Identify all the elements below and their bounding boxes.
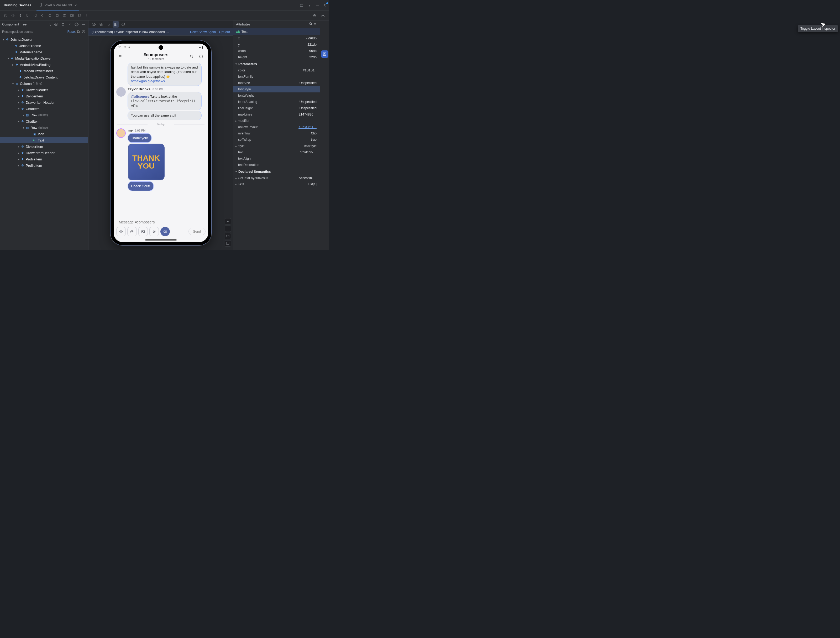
attribute-group-semantics[interactable]: ▾Declared Semantics <box>234 168 320 175</box>
attribute-row[interactable]: overflowClip <box>234 130 320 137</box>
power-icon[interactable] <box>3 12 9 19</box>
attribute-row[interactable]: softWraptrue <box>234 137 320 143</box>
rotate-left-icon[interactable] <box>25 12 31 19</box>
reset-link[interactable]: Reset <box>68 30 76 33</box>
rotate-right-icon[interactable] <box>32 12 38 19</box>
attribute-row[interactable]: color#1B1B1F <box>234 67 320 74</box>
attribute-row[interactable]: textdroidcon-… <box>234 149 320 155</box>
home-icon[interactable] <box>47 12 53 19</box>
attribute-row[interactable]: fontWeight <box>234 92 320 99</box>
conversation[interactable]: fast but this sample is always up to dat… <box>114 62 208 216</box>
attribute-row[interactable]: letterSpacingUnspecified <box>234 99 320 105</box>
more-vert-icon[interactable]: ⋮ <box>84 12 90 19</box>
info-icon[interactable] <box>198 53 204 60</box>
gear-icon[interactable] <box>313 22 317 27</box>
tree-node[interactable]: ▸❖DividerItem <box>0 143 88 150</box>
zoom-fit-button[interactable] <box>225 240 231 246</box>
emulator-frame[interactable]: 11:52 ✦ ▾ ▴ ▮ #composers <box>111 40 211 245</box>
tree-node[interactable]: ▸▥Row(inline) <box>0 112 88 118</box>
refresh-icon[interactable] <box>120 21 126 28</box>
screen-record-icon[interactable] <box>69 12 75 19</box>
volume-up-icon[interactable] <box>10 12 16 19</box>
more-vert-icon[interactable]: ⋮ <box>306 1 313 9</box>
attribute-row[interactable]: ▸TextList[1] <box>234 181 320 188</box>
attribute-row[interactable]: ▸GetTextLayoutResultAccessibil… <box>234 175 320 181</box>
gear-icon[interactable] <box>74 22 79 27</box>
volume-down-icon[interactable] <box>17 12 24 19</box>
tree-node[interactable]: ❖JetchatDrawerContent <box>0 74 88 81</box>
zoom-reset-button[interactable]: 1:1 <box>225 233 231 239</box>
deep-inspect-toggle[interactable] <box>113 21 119 28</box>
attribute-row[interactable]: fontSizeUnspecified <box>234 80 320 86</box>
tree-node[interactable]: ▾▥Row(inline) <box>0 125 88 131</box>
tree-node[interactable]: ❖MaterialTheme <box>0 49 88 55</box>
attribute-row[interactable]: ▸modifier <box>234 118 320 124</box>
avatar[interactable] <box>116 87 126 96</box>
back-icon[interactable] <box>39 12 46 19</box>
search-icon[interactable] <box>309 22 313 27</box>
tree-node-selected[interactable]: AbText <box>0 137 88 143</box>
link[interactable]: https://goo.gle/jetnews <box>131 79 165 83</box>
layout-inspector-toggle[interactable] <box>311 12 318 19</box>
tree-node[interactable]: ▸❖DrawerItemHeader <box>0 150 88 156</box>
tab-device[interactable]: Pixel 6 Pro API 33 × <box>35 0 81 10</box>
attribute-row[interactable]: fontFamily <box>234 74 320 80</box>
overview-icon[interactable] <box>54 12 60 19</box>
tree-node[interactable]: ▾❖ChatItem <box>0 118 88 125</box>
tree-node[interactable]: ▾❖ChatItem <box>0 106 88 112</box>
reload-icon[interactable] <box>76 12 82 19</box>
tree-node[interactable]: ▸❖ProfileItem <box>0 156 88 162</box>
attribute-row[interactable]: height22dp <box>234 54 320 60</box>
tree-node[interactable]: ❖JetchatTheme <box>0 43 88 49</box>
search-icon[interactable] <box>188 53 195 60</box>
minimize-icon[interactable]: — <box>81 22 86 27</box>
notifications-icon[interactable] <box>321 1 329 9</box>
attribute-row[interactable]: lineHeightUnspecified <box>234 105 320 111</box>
banner-opt-out-link[interactable]: Opt-out <box>219 30 230 34</box>
attribute-row[interactable]: textDecoration <box>234 162 320 168</box>
attribute-row[interactable]: y221dp <box>234 41 320 48</box>
component-tree[interactable]: ▾❖JetchatDrawer ❖JetchatTheme ❖MaterialT… <box>0 35 88 250</box>
minimize-icon[interactable] <box>313 1 321 9</box>
hamburger-icon[interactable] <box>117 53 124 60</box>
nav-bar-handle[interactable] <box>145 240 177 240</box>
attribute-row[interactable]: width96dp <box>234 48 320 54</box>
attribute-row[interactable]: x-296dp <box>234 35 320 41</box>
location-icon[interactable] <box>149 227 159 236</box>
attribute-row[interactable]: onTextLayoutλ Text.kt:1… <box>234 124 320 130</box>
tree-node[interactable]: ▸❖ProfileItem <box>0 162 88 169</box>
tab-running-devices[interactable]: Running Devices <box>0 0 35 10</box>
tree-node[interactable]: ▾▤Column(inline) <box>0 81 88 87</box>
banner-dont-show-link[interactable]: Don't Show Again <box>190 30 216 34</box>
layout-inspector-rail-button[interactable] <box>321 51 328 58</box>
clear-icon[interactable]: × <box>67 22 73 27</box>
close-icon[interactable]: × <box>74 3 77 7</box>
camera-icon[interactable] <box>62 12 68 19</box>
tree-node[interactable]: ▸❖DividerItem <box>0 93 88 99</box>
tree-node[interactable]: ▸❖DrawerItemHeader <box>0 99 88 106</box>
window-docking-icon[interactable] <box>298 1 306 9</box>
visibility-icon[interactable] <box>90 21 97 28</box>
attribute-row[interactable]: maxLines21474836… <box>234 111 320 118</box>
emoji-icon[interactable] <box>116 227 126 236</box>
image-icon[interactable] <box>138 227 148 236</box>
tree-node[interactable]: ▾❖ModalNavigationDrawer <box>0 55 88 62</box>
attribute-row[interactable]: ▸styleTextStyle <box>234 143 320 149</box>
send-button[interactable]: Send <box>188 227 205 235</box>
search-icon[interactable] <box>47 22 52 27</box>
overlay-icon[interactable] <box>98 21 104 28</box>
tree-node[interactable]: ▾❖JetchatDrawer <box>0 36 88 43</box>
compose-input[interactable] <box>116 217 205 227</box>
attribute-group-parameters[interactable]: ▾Parameters <box>234 60 320 67</box>
tree-node[interactable]: ▣Icon <box>0 131 88 137</box>
disable-icon[interactable] <box>81 29 86 35</box>
video-icon[interactable] <box>160 227 170 236</box>
avatar[interactable] <box>116 128 126 138</box>
tree-node[interactable]: ❖ModalDrawerSheet <box>0 68 88 74</box>
zoom-in-button[interactable]: + <box>225 218 231 224</box>
copy-icon[interactable] <box>76 29 81 35</box>
visibility-icon[interactable] <box>54 22 59 27</box>
attribute-row[interactable]: textAlign <box>234 155 320 162</box>
export-icon[interactable] <box>105 21 112 28</box>
zoom-out-button[interactable]: − <box>225 226 231 232</box>
